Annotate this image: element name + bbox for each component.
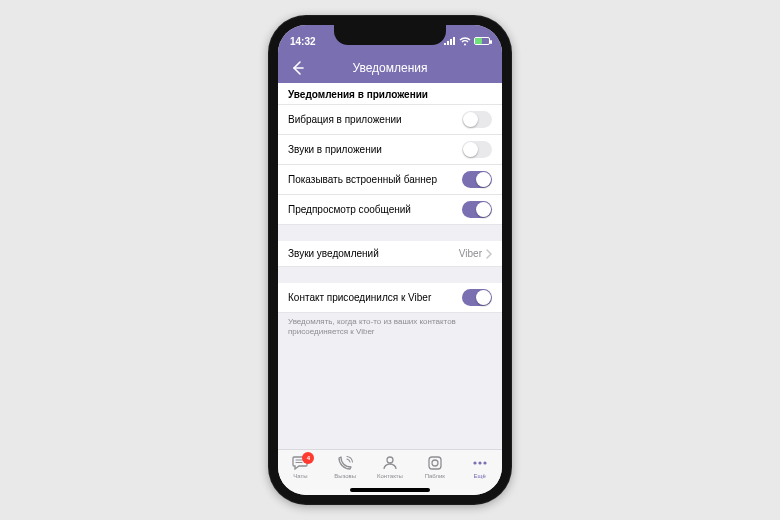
row-contact-joined[interactable]: Контакт присоединился к Viber bbox=[278, 283, 502, 313]
badge-chats: 4 bbox=[302, 452, 314, 464]
svg-point-5 bbox=[483, 461, 486, 464]
section-gap bbox=[278, 267, 502, 283]
section-header: Уведомления в приложении bbox=[278, 83, 502, 105]
tab-label: Вызовы bbox=[334, 473, 356, 479]
row-preview[interactable]: Предпросмотр сообщений bbox=[278, 195, 502, 225]
row-label: Вибрация в приложении bbox=[288, 114, 402, 125]
tab-chats[interactable]: 4 Чаты bbox=[280, 454, 320, 479]
battery-icon bbox=[474, 37, 490, 45]
row-label: Показывать встроенный баннер bbox=[288, 174, 437, 185]
tab-contacts[interactable]: Контакты bbox=[370, 454, 410, 479]
toggle-sounds[interactable] bbox=[462, 141, 492, 158]
row-value: Viber bbox=[459, 248, 482, 259]
toggle-vibration[interactable] bbox=[462, 111, 492, 128]
tab-public[interactable]: Паблик bbox=[415, 454, 455, 479]
signal-icon bbox=[444, 37, 456, 45]
wifi-icon bbox=[459, 37, 471, 46]
tab-label: Ещё bbox=[473, 473, 485, 479]
phone-icon bbox=[336, 454, 354, 472]
row-banner[interactable]: Показывать встроенный баннер bbox=[278, 165, 502, 195]
tab-label: Паблик bbox=[425, 473, 445, 479]
page-title: Уведомления bbox=[352, 61, 427, 75]
chevron-right-icon bbox=[486, 249, 492, 259]
status-time: 14:32 bbox=[290, 36, 316, 47]
svg-point-3 bbox=[473, 461, 476, 464]
toggle-banner[interactable] bbox=[462, 171, 492, 188]
notch bbox=[334, 25, 446, 45]
row-sound-select[interactable]: Звуки уведомлений Viber bbox=[278, 241, 502, 267]
svg-rect-1 bbox=[429, 457, 441, 469]
nav-bar: Уведомления bbox=[278, 53, 502, 83]
toggle-preview[interactable] bbox=[462, 201, 492, 218]
row-label: Предпросмотр сообщений bbox=[288, 204, 411, 215]
row-sounds[interactable]: Звуки в приложении bbox=[278, 135, 502, 165]
footer-note: Уведомлять, когда кто-то из ваших контак… bbox=[278, 313, 502, 338]
toggle-contact-joined[interactable] bbox=[462, 289, 492, 306]
row-vibration[interactable]: Вибрация в приложении bbox=[278, 105, 502, 135]
back-button[interactable] bbox=[286, 56, 310, 80]
phone-frame: 14:32 Уведомления Уведомления в приложен… bbox=[268, 15, 512, 505]
person-icon bbox=[381, 454, 399, 472]
home-indicator[interactable] bbox=[350, 488, 430, 492]
content: Уведомления в приложении Вибрация в прил… bbox=[278, 83, 502, 449]
more-icon bbox=[471, 454, 489, 472]
tab-label: Контакты bbox=[377, 473, 403, 479]
svg-point-4 bbox=[478, 461, 481, 464]
screen: 14:32 Уведомления Уведомления в приложен… bbox=[278, 25, 502, 495]
row-label: Звуки уведомлений bbox=[288, 248, 379, 259]
public-icon bbox=[426, 454, 444, 472]
tab-calls[interactable]: Вызовы bbox=[325, 454, 365, 479]
svg-point-2 bbox=[432, 460, 438, 466]
tab-label: Чаты bbox=[293, 473, 307, 479]
back-arrow-icon bbox=[290, 60, 306, 76]
tab-more[interactable]: Ещё bbox=[460, 454, 500, 479]
row-label: Звуки в приложении bbox=[288, 144, 382, 155]
row-label: Контакт присоединился к Viber bbox=[288, 292, 431, 303]
section-gap bbox=[278, 225, 502, 241]
svg-point-0 bbox=[387, 457, 393, 463]
